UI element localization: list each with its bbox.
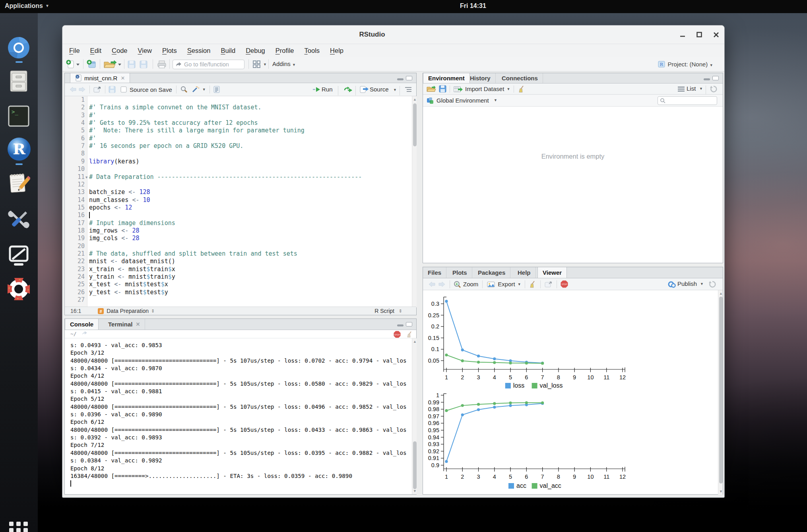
packages-tab[interactable]: Packages bbox=[473, 267, 510, 278]
code-editor[interactable]: 12#' Trains a simple convnet on the MNIS… bbox=[65, 96, 416, 307]
maximize-pane-icon[interactable] bbox=[406, 76, 412, 80]
menu-build[interactable]: Build bbox=[215, 47, 241, 54]
menu-profile[interactable]: Profile bbox=[270, 47, 299, 54]
display-icon[interactable] bbox=[7, 244, 31, 270]
file-cabinet-icon[interactable] bbox=[7, 70, 31, 92]
open-environment-icon[interactable] bbox=[426, 85, 436, 93]
publish-button[interactable]: Publish bbox=[677, 280, 697, 287]
show-apps-icon[interactable] bbox=[8, 521, 31, 532]
viewer-popout-icon[interactable] bbox=[544, 281, 553, 288]
popout-icon[interactable] bbox=[93, 86, 102, 93]
new-file-button[interactable] bbox=[66, 60, 80, 69]
run-button[interactable]: Run bbox=[322, 86, 333, 93]
forward-icon[interactable] bbox=[438, 281, 446, 287]
back-icon[interactable] bbox=[69, 86, 77, 93]
publish-icon[interactable] bbox=[668, 281, 676, 288]
connections-tab[interactable]: Connections bbox=[497, 73, 543, 83]
zoom-button[interactable]: Zoom bbox=[463, 281, 478, 287]
list-view-icon[interactable] bbox=[678, 86, 685, 92]
menu-edit[interactable]: Edit bbox=[85, 47, 107, 54]
refresh-icon[interactable] bbox=[710, 85, 718, 93]
editor-scrollbar[interactable]: ▲ bbox=[412, 96, 417, 307]
minimize-button[interactable] bbox=[677, 29, 689, 41]
source-tab[interactable]: R mnist_cnn.R✕ bbox=[70, 73, 130, 83]
import-dataset-button[interactable]: Import Dataset bbox=[465, 85, 504, 92]
minimize-pane-icon[interactable] bbox=[397, 324, 404, 326]
close-tab-icon[interactable]: ✕ bbox=[120, 75, 125, 81]
stop-icon[interactable]: STOP bbox=[394, 331, 401, 338]
new-project-button[interactable] bbox=[86, 59, 97, 70]
clear-environment-icon[interactable] bbox=[518, 85, 526, 93]
menu-file[interactable]: File bbox=[64, 47, 85, 54]
source-on-save-checkbox[interactable] bbox=[120, 86, 127, 93]
tools-icon[interactable] bbox=[7, 208, 31, 231]
source-icon[interactable] bbox=[360, 86, 369, 93]
addins-button[interactable]: Addins ▼ bbox=[272, 60, 296, 67]
print-button[interactable] bbox=[157, 60, 167, 69]
menu-code[interactable]: Code bbox=[107, 47, 132, 54]
menu-session[interactable]: Session bbox=[182, 47, 216, 54]
minimize-pane-icon[interactable] bbox=[704, 78, 710, 80]
project-button[interactable]: R Project: (None) ▼ bbox=[657, 60, 713, 68]
console-tab[interactable]: Console bbox=[65, 319, 99, 330]
menu-debug[interactable]: Debug bbox=[241, 47, 270, 54]
export-icon[interactable] bbox=[487, 281, 496, 288]
clear-console-icon[interactable] bbox=[406, 331, 414, 338]
r-project-icon[interactable]: R bbox=[7, 137, 31, 161]
console-output[interactable]: s: 0.0493 - val_acc: 0.9853Epoch 3/12480… bbox=[70, 342, 411, 488]
viewer-tab[interactable]: Viewer bbox=[537, 267, 567, 278]
plots-tab[interactable]: Plots bbox=[448, 267, 472, 278]
find-icon[interactable] bbox=[180, 86, 188, 93]
zoom-icon[interactable]: + bbox=[454, 281, 461, 288]
stop-icon[interactable]: STOP bbox=[561, 280, 568, 288]
menu-plots[interactable]: Plots bbox=[157, 47, 182, 54]
close-tab-icon[interactable]: ✕ bbox=[136, 321, 140, 327]
rerun-icon[interactable] bbox=[343, 86, 353, 93]
history-tab[interactable]: History bbox=[465, 73, 496, 83]
refresh-icon[interactable] bbox=[708, 280, 716, 288]
goto-file-search[interactable]: Go to file/function bbox=[173, 60, 244, 69]
chromium-icon[interactable] bbox=[7, 36, 31, 59]
run-icon[interactable] bbox=[312, 86, 321, 93]
environment-search-input[interactable] bbox=[658, 96, 717, 105]
import-dataset-icon[interactable] bbox=[453, 85, 464, 93]
viewer-scrollbar[interactable]: ▲ ▼ bbox=[718, 290, 723, 495]
filetype-selector[interactable]: R Script bbox=[374, 308, 394, 314]
document-outline-icon[interactable] bbox=[404, 86, 412, 93]
console-scrollbar[interactable]: ▲ ▼ bbox=[412, 338, 417, 494]
maximize-pane-icon[interactable] bbox=[712, 76, 719, 80]
terminal-icon[interactable]: >_ bbox=[7, 105, 31, 127]
save-icon[interactable] bbox=[109, 86, 116, 93]
save-button[interactable] bbox=[127, 60, 136, 69]
minimize-pane-icon[interactable] bbox=[397, 78, 404, 80]
menu-tools[interactable]: Tools bbox=[299, 47, 325, 54]
clock[interactable]: Fri 14:31 bbox=[460, 2, 486, 10]
back-icon[interactable] bbox=[428, 281, 436, 287]
open-file-button[interactable] bbox=[103, 60, 121, 69]
section-selector[interactable]: Data Preparation bbox=[107, 308, 149, 314]
source-button[interactable]: Source bbox=[370, 86, 389, 93]
terminal-tab[interactable]: Terminal✕ bbox=[103, 319, 145, 330]
save-environment-icon[interactable] bbox=[439, 85, 446, 93]
environment-tab[interactable]: Environment bbox=[423, 73, 470, 83]
addins-grid-icon[interactable] bbox=[252, 60, 261, 69]
environment-scope-selector[interactable]: Global Environment bbox=[436, 97, 489, 104]
compile-report-icon[interactable] bbox=[213, 86, 220, 93]
maximize-pane-icon[interactable] bbox=[406, 322, 412, 326]
clear-viewer-icon[interactable] bbox=[529, 280, 537, 288]
forward-icon[interactable] bbox=[78, 86, 86, 93]
list-view-button[interactable]: List bbox=[687, 85, 696, 92]
close-button[interactable] bbox=[710, 29, 722, 41]
export-button[interactable]: Export bbox=[498, 281, 515, 287]
title-bar[interactable]: RStudio bbox=[62, 25, 724, 44]
applications-menu[interactable]: Applications▼ bbox=[5, 2, 49, 10]
menu-help[interactable]: Help bbox=[325, 47, 349, 54]
maximize-button[interactable] bbox=[693, 29, 705, 41]
menu-view[interactable]: View bbox=[133, 47, 157, 54]
text-editor-icon[interactable] bbox=[7, 171, 31, 194]
help-tab[interactable]: Help bbox=[513, 267, 536, 278]
console-path[interactable]: ~/ bbox=[70, 331, 77, 337]
code-tools-icon[interactable] bbox=[192, 86, 200, 93]
files-tab[interactable]: Files bbox=[423, 267, 446, 278]
help-lifebuoy-icon[interactable] bbox=[7, 278, 31, 300]
